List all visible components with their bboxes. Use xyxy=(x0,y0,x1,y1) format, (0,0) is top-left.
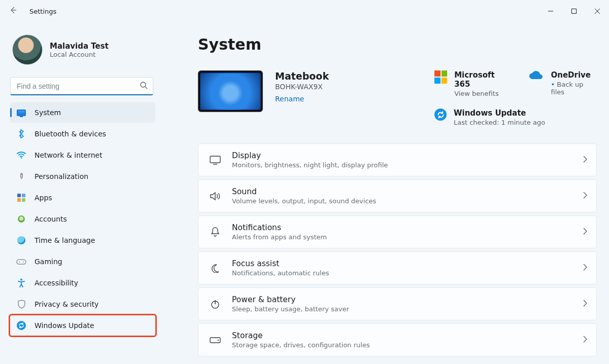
promo-sub: Back up files xyxy=(551,81,597,96)
app-title: Settings xyxy=(29,8,56,15)
row-title: Sound xyxy=(232,187,583,196)
window-controls xyxy=(539,2,609,21)
sidebar-item-accessibility[interactable]: Accessibility xyxy=(10,273,155,293)
svg-point-8 xyxy=(20,279,22,281)
gaming-icon xyxy=(16,257,26,267)
bell-icon xyxy=(208,227,223,237)
minimize-button[interactable] xyxy=(539,2,562,21)
chevron-right-icon xyxy=(583,335,587,345)
chevron-right-icon xyxy=(583,227,587,237)
svg-rect-1 xyxy=(572,9,577,14)
promo-sub: Last checked: 1 minute ago xyxy=(454,119,545,126)
brush-icon: ✎ xyxy=(14,169,28,184)
promo-title: Microsoft 365 xyxy=(454,70,511,89)
nav-label: Gaming xyxy=(35,258,62,266)
nav-label: Accessibility xyxy=(35,279,78,287)
row-sub: Alerts from apps and system xyxy=(232,233,583,241)
promo-windows-update[interactable]: Windows Update Last checked: 1 minute ag… xyxy=(434,108,597,126)
apps-icon xyxy=(16,193,26,203)
row-notifications[interactable]: Notifications Alerts from apps and syste… xyxy=(198,215,597,248)
titlebar: Settings xyxy=(0,0,609,22)
main-area: System Matebook BOHK-WAX9X Rename Micros… xyxy=(162,22,609,364)
nav-label: Network & internet xyxy=(35,151,103,159)
row-sub: Monitors, brightness, night light, displ… xyxy=(232,161,583,169)
avatar xyxy=(12,34,43,65)
row-title: Storage xyxy=(232,331,583,340)
rename-link[interactable]: Rename xyxy=(275,95,329,103)
row-focus-assist[interactable]: Focus assist Notifications, automatic ru… xyxy=(198,251,597,284)
update-icon xyxy=(434,108,447,121)
sound-icon xyxy=(208,192,223,201)
accessibility-icon xyxy=(16,278,26,288)
promo-onedrive[interactable]: OneDrive Back up files xyxy=(528,70,597,97)
promo-ms365[interactable]: Microsoft 365 View benefits xyxy=(434,70,511,97)
promo-title: OneDrive xyxy=(551,70,597,80)
search-box[interactable] xyxy=(10,77,153,95)
sidebar-item-windows-update[interactable]: Windows Update xyxy=(10,315,155,336)
sidebar-item-privacy[interactable]: Privacy & security xyxy=(10,294,155,314)
sidebar-item-accounts[interactable]: Accounts xyxy=(10,209,155,229)
nav-label: Personalization xyxy=(35,172,88,180)
row-sound[interactable]: Sound Volume levels, output, input, soun… xyxy=(198,179,597,212)
moon-icon xyxy=(208,264,223,273)
svg-line-3 xyxy=(145,87,147,89)
svg-rect-5 xyxy=(17,260,26,264)
page-title: System xyxy=(198,35,597,53)
sidebar-item-personalization[interactable]: ✎ Personalization xyxy=(10,166,155,187)
chevron-right-icon xyxy=(583,263,587,273)
back-icon[interactable] xyxy=(9,6,23,16)
row-power-battery[interactable]: Power & battery Sleep, battery usage, ba… xyxy=(198,287,597,320)
sidebar-item-system[interactable]: System xyxy=(10,102,155,123)
power-icon xyxy=(208,300,223,309)
microsoft-logo-icon xyxy=(434,70,447,84)
row-display[interactable]: Display Monitors, brightness, night ligh… xyxy=(198,143,597,176)
sidebar-item-apps[interactable]: Apps xyxy=(10,188,155,208)
profile-block[interactable]: Malavida Test Local Account xyxy=(12,34,155,65)
settings-list: Display Monitors, brightness, night ligh… xyxy=(198,143,597,356)
sidebar-item-gaming[interactable]: Gaming xyxy=(10,251,155,272)
sidebar-item-network[interactable]: Network & internet xyxy=(10,145,155,165)
svg-point-14 xyxy=(218,339,219,340)
search-icon xyxy=(140,81,148,91)
row-title: Notifications xyxy=(232,223,583,232)
row-title: Display xyxy=(232,151,583,160)
system-icon xyxy=(16,107,26,118)
promo-title: Windows Update xyxy=(454,108,545,118)
svg-point-2 xyxy=(141,82,146,87)
nav-list: System Bluetooth & devices Network & int… xyxy=(10,102,155,336)
row-storage[interactable]: Storage Storage space, drives, configura… xyxy=(198,323,597,356)
row-sub: Notifications, automatic rules xyxy=(232,269,583,277)
nav-label: System xyxy=(35,108,61,117)
row-title: Power & battery xyxy=(232,295,583,304)
chevron-right-icon xyxy=(583,191,587,201)
display-icon xyxy=(208,156,223,165)
nav-label: Bluetooth & devices xyxy=(35,130,106,138)
svg-point-7 xyxy=(23,262,24,263)
row-sub: Storage space, drives, configuration rul… xyxy=(232,341,583,349)
search-input[interactable] xyxy=(16,82,140,91)
profile-name: Malavida Test xyxy=(50,42,109,51)
nav-label: Accounts xyxy=(35,215,67,223)
update-icon xyxy=(16,320,26,331)
sidebar-item-time-language[interactable]: Time & language xyxy=(10,230,155,250)
nav-label: Apps xyxy=(35,194,52,202)
row-title: Focus assist xyxy=(232,259,583,268)
close-button[interactable] xyxy=(586,2,609,21)
nav-label: Windows Update xyxy=(35,321,94,330)
nav-label: Time & language xyxy=(35,236,95,244)
svg-point-4 xyxy=(21,157,22,159)
nav-label: Privacy & security xyxy=(35,300,98,308)
svg-point-6 xyxy=(19,262,20,263)
maximize-button[interactable] xyxy=(562,2,586,21)
wifi-icon xyxy=(16,150,26,160)
device-name: Matebook xyxy=(275,70,329,82)
row-sub: Volume levels, output, input, sound devi… xyxy=(232,197,583,205)
svg-rect-9 xyxy=(210,156,220,163)
onedrive-icon xyxy=(528,70,544,83)
chevron-right-icon xyxy=(583,155,587,165)
sidebar-item-bluetooth[interactable]: Bluetooth & devices xyxy=(10,124,155,144)
storage-icon xyxy=(208,337,223,343)
device-thumbnail xyxy=(198,70,263,112)
device-model: BOHK-WAX9X xyxy=(275,83,329,91)
chevron-right-icon xyxy=(583,299,587,309)
